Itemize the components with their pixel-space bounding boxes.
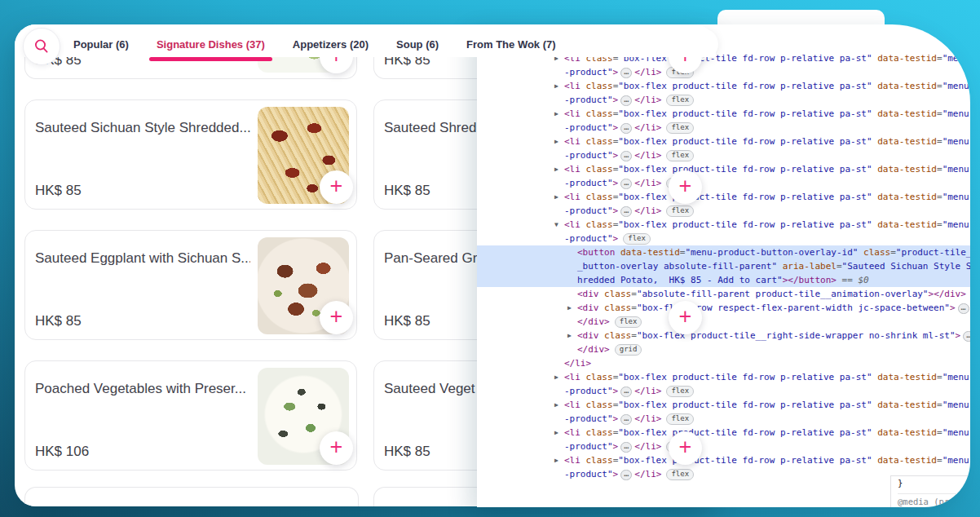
layout-badge-flex[interactable]: flex	[666, 469, 694, 480]
devtools-tree-row[interactable]: ▶<li class="box-flex product-tile fd-row…	[477, 162, 970, 176]
add-to-cart-button[interactable]: +	[320, 170, 353, 204]
expand-inline-button[interactable]: …	[620, 95, 632, 106]
code-segment: "menu	[942, 372, 969, 382]
add-to-cart-button[interactable]: +	[669, 170, 702, 204]
devtools-tree-row[interactable]: ▶<li class="box-flex product-tile fd-row…	[477, 453, 970, 467]
add-to-cart-button[interactable]: +	[320, 301, 353, 334]
devtools-tree-row[interactable]: ▶<li class="box-flex product-tile fd-row…	[477, 135, 970, 148]
devtools-tree-row[interactable]: <button data-testid="menu-product-button…	[477, 245, 970, 259]
search-icon	[33, 38, 51, 55]
devtools-tree-row[interactable]: ▶<li class="box-flex product-tile fd-row…	[477, 398, 970, 412]
layout-badge-flex[interactable]: flex	[666, 122, 694, 134]
collapse-arrow-icon[interactable]: ▼	[554, 218, 558, 232]
devtools-tree-row[interactable]: <div class="absolute-fill-parent product…	[477, 287, 970, 301]
code-segment: -product"	[564, 413, 613, 424]
devtools-tree-row[interactable]: _button-overlay absolute-fill-parent" ar…	[477, 259, 970, 273]
devtools-tree-row[interactable]: </div>flex	[477, 315, 970, 329]
tab-popular-6[interactable]: Popular (6)	[73, 38, 129, 51]
add-to-cart-button[interactable]: +	[669, 431, 702, 465]
code-segment: =	[937, 136, 942, 147]
expand-arrow-icon[interactable]: ▶	[554, 162, 558, 176]
code-segment: "menu	[942, 219, 969, 230]
expand-inline-button[interactable]: …	[620, 442, 632, 453]
expand-arrow-icon[interactable]: ▶	[554, 370, 558, 384]
code-segment: </li>	[634, 150, 661, 161]
expand-arrow-icon[interactable]: ▶	[554, 426, 558, 440]
code-segment: >	[613, 386, 619, 396]
devtools-tree-row[interactable]: ▶<li class="box-flex product-tile fd-row…	[477, 370, 970, 384]
code-segment: "menu-product-button-overlay-id"	[685, 247, 858, 258]
search-button[interactable]	[23, 28, 60, 65]
devtools-tree-row[interactable]: -product">…</li>flex	[477, 412, 970, 426]
code-segment: class	[580, 192, 613, 202]
layout-badge-flex[interactable]: flex	[666, 386, 694, 397]
devtools-tree-row[interactable]: -product">flex	[477, 232, 970, 245]
expand-inline-button[interactable]: …	[620, 387, 632, 397]
code-segment: =	[937, 455, 942, 466]
expand-arrow-icon[interactable]: ▶	[554, 190, 558, 204]
devtools-tree-row[interactable]: ▼<li class="box-flex product-tile fd-row…	[477, 218, 970, 232]
layout-badge-flex[interactable]: flex	[666, 205, 694, 217]
devtools-tree-row[interactable]: -product">…</li>flex	[477, 204, 970, 218]
expand-arrow-icon[interactable]: ▶	[567, 329, 572, 342]
devtools-tree-row[interactable]: -product">…</li>flex	[477, 440, 970, 453]
menu-item-card[interactable]: Sauteed Sichuan Style Shredded...HK$ 85+	[24, 99, 357, 210]
layout-badge-grid[interactable]: grid	[615, 344, 642, 356]
tab-from-the-wok-7[interactable]: From The Wok (7)	[466, 38, 556, 51]
screenshot-frame: HK$ 85+Sauteed Sichuan Style Shredded...…	[0, 0, 980, 517]
devtools-tree-row[interactable]: ▶<li class="box-flex product-tile fd-row…	[477, 107, 970, 121]
expand-inline-button[interactable]: …	[620, 151, 632, 161]
expand-inline-button[interactable]: …	[620, 68, 632, 78]
code-segment: data-testid	[872, 192, 937, 202]
expand-inline-button[interactable]: …	[620, 123, 632, 134]
code-segment: class	[580, 81, 613, 91]
devtools-tree-row[interactable]: </div>grid	[477, 342, 970, 356]
expand-arrow-icon[interactable]: ▶	[554, 107, 558, 121]
devtools-tree-row[interactable]: ▶<div class="box-flex grow respect-flex-…	[477, 301, 970, 315]
devtools-tree-row[interactable]: </li>	[477, 356, 970, 370]
menu-item-card[interactable]: Sauteed Eggplant with Sichuan S...HK$ 85…	[24, 230, 357, 340]
devtools-tree-row[interactable]: -product">…</li>flex	[477, 93, 970, 107]
code-segment: -product"	[564, 67, 613, 77]
tab-soup-6[interactable]: Soup (6)	[396, 38, 439, 51]
layout-badge-flex[interactable]: flex	[666, 413, 694, 425]
code-segment: data-testid	[872, 81, 937, 91]
tab-appetizers-20[interactable]: Appetizers (20)	[293, 38, 369, 51]
expand-inline-button[interactable]: …	[620, 470, 632, 480]
devtools-tree-row[interactable]: hredded Potato, HK$ 85 - Add to cart"></…	[477, 273, 970, 287]
devtools-tree-row[interactable]: ▶<div class="box-flex product-tile__righ…	[477, 329, 970, 342]
expand-inline-button[interactable]: …	[620, 179, 632, 189]
expand-arrow-icon[interactable]: ▶	[567, 301, 572, 315]
devtools-tree-row[interactable]: ▶<li class="box-flex product-tile fd-row…	[477, 426, 970, 440]
layout-badge-flex[interactable]: flex	[666, 95, 694, 106]
devtools-tree-row[interactable]: -product">…</li>flex	[477, 121, 970, 135]
menu-item-card[interactable]: Poached Vegetables with Preser...HK$ 106…	[24, 360, 357, 471]
devtools-tree-row[interactable]: -product">…</li>flex	[477, 176, 970, 190]
add-to-cart-button[interactable]: +	[320, 431, 353, 465]
code-segment: >	[956, 330, 961, 341]
expand-arrow-icon[interactable]: ▶	[554, 398, 558, 412]
layout-badge-flex[interactable]: flex	[623, 233, 651, 245]
expand-arrow-icon[interactable]: ▶	[554, 79, 558, 93]
expand-arrow-icon[interactable]: ▶	[554, 453, 558, 467]
code-segment: data-testid	[872, 372, 937, 382]
expand-arrow-icon[interactable]: ▶	[554, 135, 558, 148]
expand-inline-button[interactable]: …	[963, 331, 970, 342]
code-segment: <li	[564, 219, 580, 230]
devtools-tree-row[interactable]: ▶<li class="box-flex product-tile fd-row…	[477, 190, 970, 204]
devtools-tree-row[interactable]: -product">…</li>flex	[477, 148, 970, 162]
plus-icon: +	[679, 175, 692, 197]
devtools-tree-row[interactable]: -product">…</li>flex	[477, 384, 970, 398]
layout-badge-flex[interactable]: flex	[615, 316, 642, 328]
tab-signature-dishes-37[interactable]: Signature Dishes (37)	[157, 38, 265, 51]
expand-inline-button[interactable]: …	[620, 414, 632, 425]
menu-item-card[interactable]	[24, 487, 359, 506]
expand-inline-button[interactable]: …	[958, 303, 969, 314]
code-segment: data-testid	[872, 108, 937, 119]
devtools-tree-row[interactable]: ▶<li class="box-flex product-tile fd-row…	[477, 79, 970, 93]
code-segment: class	[580, 136, 613, 147]
expand-inline-button[interactable]: …	[620, 206, 632, 217]
layout-badge-flex[interactable]: flex	[666, 150, 694, 161]
devtools-tree-row[interactable]: -product">…</li>flex	[477, 65, 970, 79]
add-to-cart-button[interactable]: +	[669, 301, 702, 334]
